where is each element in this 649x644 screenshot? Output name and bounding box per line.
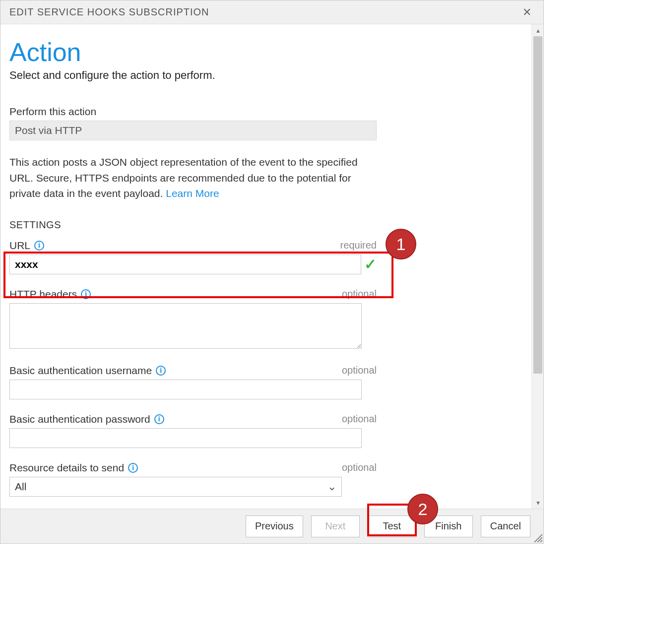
basic-auth-username-input[interactable] <box>9 380 362 399</box>
close-icon[interactable]: ✕ <box>519 5 534 20</box>
basic-auth-password-field: Basic authentication password i optional <box>9 413 377 448</box>
url-field: URL i required ✓ <box>9 240 377 274</box>
basic-auth-username-label: Basic authentication username <box>9 365 152 377</box>
basic-auth-password-hint: optional <box>342 413 377 425</box>
action-description: This action posts a JSON object represen… <box>9 154 377 201</box>
test-button[interactable]: Test <box>368 515 416 537</box>
perform-action-label: Perform this action <box>9 106 96 118</box>
basic-auth-username-field: Basic authentication username i optional <box>9 365 377 399</box>
annotation-callout-1: 1 <box>386 229 416 259</box>
info-icon[interactable]: i <box>81 289 91 299</box>
service-hooks-dialog: EDIT SERVICE HOOKS SUBSCRIPTION ✕ Action… <box>0 0 544 544</box>
url-input[interactable] <box>9 255 361 274</box>
dialog-footer: Previous Next Test Finish Cancel <box>0 509 543 543</box>
url-hint: required <box>340 240 377 251</box>
svg-line-2 <box>540 540 542 542</box>
scroll-thumb[interactable] <box>533 36 542 374</box>
settings-heading: SETTINGS <box>9 219 519 231</box>
annotation-callout-2: 2 <box>407 494 438 524</box>
scroll-up-icon[interactable]: ▴ <box>532 24 543 36</box>
resource-details-label: Resource details to send <box>9 462 124 474</box>
http-headers-label: HTTP headers <box>9 288 77 300</box>
info-icon[interactable]: i <box>34 241 44 251</box>
previous-button[interactable]: Previous <box>246 515 303 537</box>
vertical-scrollbar[interactable]: ▴ ▾ <box>531 24 543 509</box>
page-subtitle: Select and configure the action to perfo… <box>9 69 519 82</box>
learn-more-link[interactable]: Learn More <box>166 188 219 199</box>
info-icon[interactable]: i <box>156 366 166 376</box>
check-icon: ✓ <box>364 256 377 273</box>
scroll-down-icon[interactable]: ▾ <box>532 497 543 509</box>
http-headers-input[interactable] <box>9 303 362 349</box>
basic-auth-username-hint: optional <box>342 365 377 376</box>
dialog-title: EDIT SERVICE HOOKS SUBSCRIPTION <box>9 6 209 18</box>
resize-handle-icon[interactable] <box>532 532 542 542</box>
resource-details-hint: optional <box>342 462 377 473</box>
chevron-down-icon: ⌄ <box>327 480 336 493</box>
http-headers-field: HTTP headers i optional <box>9 288 377 351</box>
http-headers-hint: optional <box>342 288 377 300</box>
basic-auth-password-input[interactable] <box>9 428 362 448</box>
url-label: URL <box>9 240 30 252</box>
page-title: Action <box>9 37 519 67</box>
dialog-titlebar: EDIT SERVICE HOOKS SUBSCRIPTION ✕ <box>0 0 543 24</box>
resource-details-select[interactable]: All ⌄ <box>9 477 342 497</box>
info-icon[interactable]: i <box>128 463 138 473</box>
basic-auth-password-label: Basic authentication password <box>9 413 150 425</box>
dialog-body: Action Select and configure the action t… <box>0 24 543 509</box>
content-area: Action Select and configure the action t… <box>0 24 527 509</box>
next-button: Next <box>311 515 360 537</box>
info-icon[interactable]: i <box>154 414 164 424</box>
perform-action-field: Perform this action Post via HTTP <box>9 106 377 140</box>
cancel-button[interactable]: Cancel <box>481 515 530 537</box>
resource-details-field: Resource details to send i optional All … <box>9 462 377 497</box>
perform-action-value: Post via HTTP <box>9 121 377 140</box>
resource-details-value: All <box>15 481 26 493</box>
